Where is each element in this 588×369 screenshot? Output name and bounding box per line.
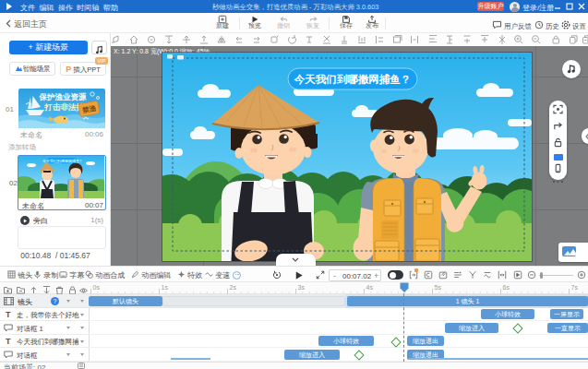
- svg-text:1s: 1s: [162, 284, 169, 291]
- svg-text:3s: 3s: [298, 284, 306, 291]
- svg-text:6s: 6s: [503, 284, 510, 291]
- svg-text:保护渔业资源: 保护渔业资源: [39, 92, 88, 101]
- svg-text:2s: 2s: [230, 284, 237, 291]
- svg-text:5s: 5s: [435, 284, 442, 291]
- svg-text:7s: 7s: [571, 284, 579, 291]
- svg-text:4s: 4s: [366, 284, 374, 291]
- svg-text:今天我们到哪撒网捕鱼？: 今天我们到哪撒网捕鱼？: [294, 74, 412, 85]
- svg-text:0s: 0s: [93, 284, 101, 291]
